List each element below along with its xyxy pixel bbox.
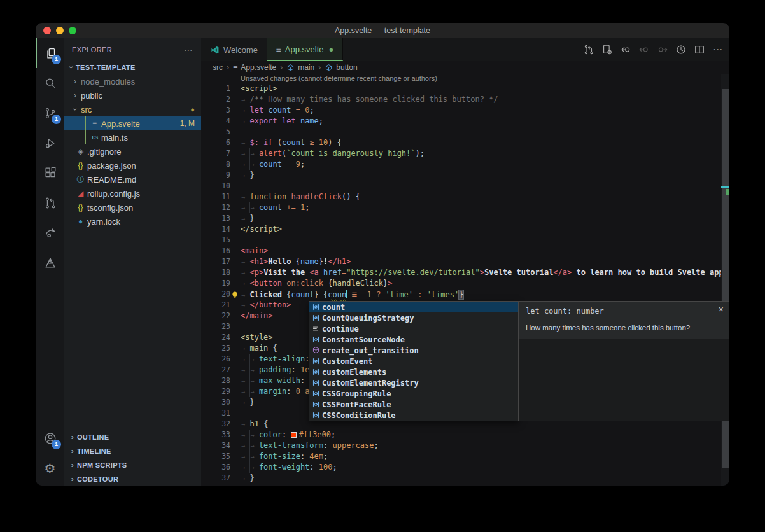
suggestion-item-CSSFontFaceRule[interactable]: CSSFontFaceRule: [309, 399, 518, 410]
explorer-more-actions-icon[interactable]: ⋯: [184, 45, 193, 55]
code-line-11[interactable]: 11→function handleClick() {: [201, 192, 721, 202]
code-line-14[interactable]: 14</script>: [201, 224, 721, 235]
line-number: 17: [201, 256, 230, 267]
code-token: <p>: [249, 268, 263, 277]
settings-button[interactable]: ⚙: [36, 453, 64, 483]
breadcrumb-item-src[interactable]: src: [213, 63, 223, 72]
editor-scrollbar[interactable]: [721, 74, 729, 486]
sidebar-section-codetour[interactable]: ›CODETOUR: [64, 472, 201, 486]
code-line-6[interactable]: 6→$: if (count ≥ 10) {: [201, 137, 721, 148]
code-line-17[interactable]: 17→<h1>Hello {name}!</h1>: [201, 256, 721, 267]
file-tree-item-public[interactable]: ›public: [64, 88, 201, 102]
timeline-icon[interactable]: [675, 43, 687, 56]
suggestion-item-customElements[interactable]: customElements: [309, 367, 518, 377]
code-token: </button>: [249, 300, 291, 309]
code-line-16[interactable]: 16<main>: [201, 246, 721, 256]
sidebar-section-outline[interactable]: ›OUTLINE: [64, 430, 201, 444]
git-graph-icon[interactable]: [582, 43, 595, 56]
live-share-activity-button[interactable]: [36, 218, 64, 248]
code-line-5[interactable]: 5: [201, 127, 721, 137]
file-tree-item-app-svelte[interactable]: ≡App.svelte1, M: [64, 116, 201, 130]
code-token: count: [291, 290, 314, 299]
code-line-37[interactable]: 37→}: [201, 473, 721, 484]
suggestion-item-ConstantSourceNode[interactable]: ConstantSourceNode: [309, 334, 518, 345]
file-tree-item-tsconfig-json[interactable]: {}tsconfig.json: [64, 200, 201, 214]
code-line-10[interactable]: 10: [201, 181, 721, 192]
code-line-33[interactable]: 33→→color: #ff3e00;: [201, 430, 721, 440]
line-number: 35: [201, 451, 230, 462]
chevron-right-icon: ›: [68, 433, 77, 442]
suggestion-item-CSSGroupingRule[interactable]: CSSGroupingRule: [309, 388, 518, 399]
code-token: Visit the: [263, 268, 309, 277]
project-root-row[interactable]: › TEST-TEMPLATE: [64, 60, 201, 74]
tab-welcome[interactable]: Welcome: [201, 38, 267, 61]
next-change-icon[interactable]: [656, 43, 669, 56]
suggestion-item-create_out_transition[interactable]: create_out_transition: [309, 345, 518, 356]
code-line-8[interactable]: 8→→count = 9;: [201, 159, 721, 170]
tab-app-svelte[interactable]: ≡ App.svelte ●: [267, 38, 343, 61]
code-line-20[interactable]: 20→Clicked {count} {coun≡ 1 ? 'time' : '…: [201, 289, 721, 300]
code-line-3[interactable]: 3→let count = 0;: [201, 105, 721, 116]
extensions-activity-button[interactable]: [36, 158, 64, 188]
suggestion-item-continue[interactable]: continue: [309, 323, 518, 334]
breadcrumb-item-button[interactable]: button: [336, 63, 357, 72]
code-line-7[interactable]: 7→→alert(`count is dangerously high!`);: [201, 148, 721, 159]
suggestion-item-CustomEvent[interactable]: CustomEvent: [309, 356, 518, 367]
indent-guide: →: [249, 365, 258, 375]
suggestion-item-CSSConditionRule[interactable]: CSSConditionRule: [309, 410, 518, 421]
code-token: main: [249, 344, 272, 353]
code-line-35[interactable]: 35→→font-size: 4em;: [201, 451, 721, 462]
file-label: package.json: [87, 161, 136, 171]
indent-guide: →: [249, 430, 258, 440]
breadcrumb-item-file[interactable]: App.svelte: [241, 63, 276, 72]
gutter-decoration: [230, 159, 241, 170]
code-line-34[interactable]: 34→→text-transform: uppercase;: [201, 440, 721, 451]
breadcrumb-item-main[interactable]: main: [298, 63, 314, 72]
suggestion-label: CSSConditionRule: [322, 411, 396, 420]
file-tree-item--gitignore[interactable]: ◈.gitignore: [64, 144, 201, 158]
code-line-15[interactable]: 15: [201, 235, 721, 246]
split-editor-icon[interactable]: [693, 43, 706, 56]
more-actions-icon[interactable]: ⋯: [712, 43, 724, 56]
suggestion-item-CustomElementRegistry[interactable]: CustomElementRegistry: [309, 377, 518, 388]
code-token: ;: [300, 160, 305, 169]
code-line-1[interactable]: 1<script>: [201, 83, 721, 94]
code-line-13[interactable]: 13→}: [201, 213, 721, 224]
source-control-activity-button[interactable]: 1: [36, 98, 64, 128]
azure-activity-button[interactable]: [36, 248, 64, 277]
code-line-36[interactable]: 36→→font-weight: 100;: [201, 462, 721, 473]
modified-dot-icon: ●: [190, 106, 195, 113]
code-line-12[interactable]: 12→→count += 1;: [201, 202, 721, 213]
code-line-4[interactable]: 4→export let name;: [201, 116, 721, 127]
indent-guide: →: [241, 365, 249, 375]
code-line-9[interactable]: 9→}: [201, 170, 721, 181]
close-icon[interactable]: ×: [719, 304, 724, 314]
previous-change-icon[interactable]: [638, 43, 650, 56]
sidebar-section-npm-scripts[interactable]: ›NPM SCRIPTS: [64, 458, 201, 472]
file-tree-item-main-ts[interactable]: TSmain.ts: [64, 130, 201, 144]
open-changes-icon[interactable]: [601, 43, 614, 56]
code-line-19[interactable]: 19→<button on:click={handleClick}>: [201, 278, 721, 289]
lightbulb-icon[interactable]: [230, 289, 241, 300]
suggestion-item-CountQueuingStrategy[interactable]: CountQueuingStrategy: [309, 312, 518, 323]
github-pr-activity-button[interactable]: [36, 188, 64, 218]
sidebar-section-timeline[interactable]: ›TIMELINE: [64, 444, 201, 458]
code-line-2[interactable]: 2→/** How many times has someone clicked…: [201, 94, 721, 105]
file-tree-item-package-json[interactable]: {}package.json: [64, 158, 201, 172]
file-tree-item-src[interactable]: ›src●: [64, 102, 201, 116]
run-debug-activity-button[interactable]: [36, 128, 64, 158]
explorer-activity-button[interactable]: 1: [36, 38, 64, 68]
file-tree-item-yarn-lock[interactable]: ●yarn.lock: [64, 214, 201, 228]
line-number: 25: [201, 343, 230, 354]
navigate-back-icon[interactable]: [619, 43, 632, 56]
code-line-18[interactable]: 18→<p>Visit the <a href="https://svelte.…: [201, 267, 721, 278]
file-tree-item-readme-md[interactable]: ⓘREADME.md: [64, 172, 201, 186]
azure-icon: [43, 256, 57, 270]
accounts-button[interactable]: 1: [36, 423, 64, 453]
code-editor[interactable]: Unsaved changes (cannot determine recent…: [201, 74, 721, 486]
suggestion-item-count[interactable]: count: [309, 302, 518, 312]
file-tree-item-rollup-config-js[interactable]: ◢rollup.config.js: [64, 186, 201, 200]
search-activity-button[interactable]: [36, 68, 64, 98]
file-tree-item-node-modules[interactable]: ›node_modules: [64, 74, 201, 88]
window-title: App.svelte — test-template: [36, 23, 729, 38]
